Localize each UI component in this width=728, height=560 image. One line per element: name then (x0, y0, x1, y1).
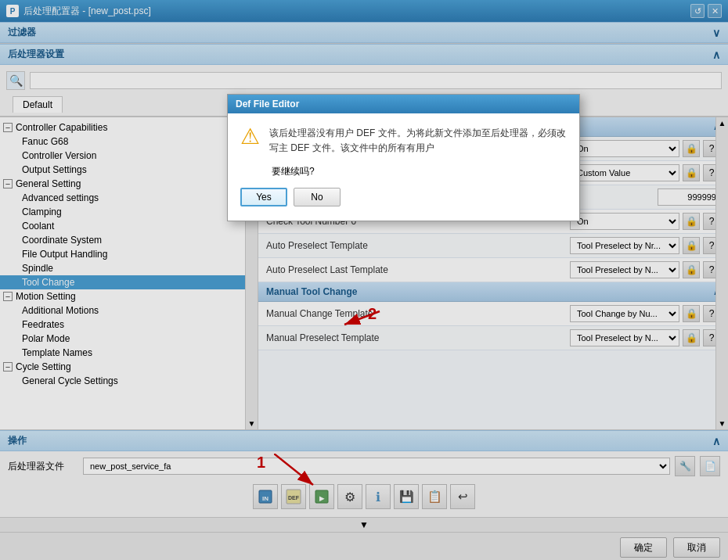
dialog-no-button[interactable]: No (294, 188, 341, 206)
dialog-body: ⚠ 该后处理器没有用户 DEF 文件。为将此新文件添加至后处理器，必须改写主 D… (228, 113, 579, 221)
app-wrapper: P 后处理配置器 - [new_post.psc] ↺ ✕ 过滤器 ∨ 后处理器… (0, 0, 728, 560)
dialog-message: 该后处理器没有用户 DEF 文件。为将此新文件添加至后处理器，必须改写主 DEF… (269, 126, 567, 156)
dialog-yes-button[interactable]: Yes (240, 188, 287, 206)
dialog-title-text: Def File Editor (236, 99, 299, 109)
dialog-continue: 要继续吗? (272, 165, 567, 178)
dialog-msg-row: ⚠ 该后处理器没有用户 DEF 文件。为将此新文件添加至后处理器，必须改写主 D… (240, 126, 567, 156)
dialog-overlay: Def File Editor ⚠ 该后处理器没有用户 DEF 文件。为将此新文… (0, 0, 728, 560)
dialog-title: Def File Editor (228, 95, 579, 113)
warning-icon: ⚠ (240, 126, 260, 148)
dialog-box: Def File Editor ⚠ 该后处理器没有用户 DEF 文件。为将此新文… (227, 94, 580, 221)
dialog-buttons: Yes No (240, 188, 567, 213)
